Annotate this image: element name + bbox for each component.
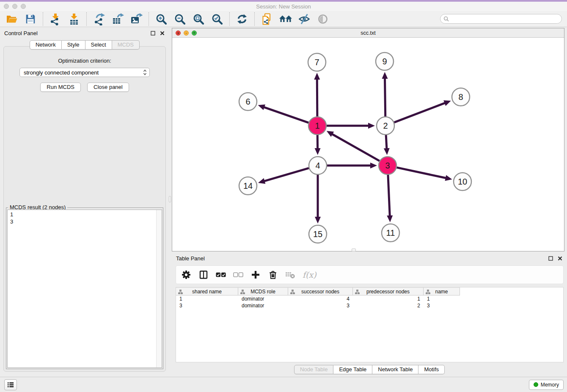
split-table-icon[interactable] — [198, 270, 209, 280]
column-settings-gear-icon[interactable] — [181, 270, 191, 280]
export-network-icon[interactable] — [90, 12, 108, 26]
zoom-fit-icon[interactable] — [189, 12, 208, 26]
import-network-icon[interactable] — [46, 12, 65, 26]
table-row[interactable]: 1dominator411 — [176, 295, 563, 302]
table-cell[interactable]: dominator — [238, 302, 288, 309]
hide-selected-icon[interactable] — [295, 12, 314, 26]
float-panel-icon[interactable] — [150, 30, 156, 36]
select-all-columns-icon[interactable] — [216, 270, 226, 280]
tab-network-table[interactable]: Network Table — [372, 365, 418, 374]
delete-table-icon[interactable] — [285, 270, 295, 280]
export-network-glyph — [93, 13, 105, 25]
graph-edge-3-10[interactable] — [397, 168, 452, 181]
delete-columns-icon[interactable] — [268, 270, 278, 280]
table-cell[interactable]: 3 — [176, 302, 238, 309]
table-cell[interactable]: dominator — [238, 295, 288, 302]
table-cell[interactable]: 4 — [288, 295, 353, 302]
column-header-name[interactable]: name — [424, 287, 460, 295]
tab-style[interactable]: Style — [62, 40, 85, 50]
table-cell[interactable]: 1 — [353, 295, 424, 302]
graph-node-7[interactable]: 7 — [308, 53, 326, 71]
graph-node-11[interactable]: 11 — [382, 224, 399, 242]
tab-select[interactable]: Select — [85, 40, 112, 50]
apply-layout-icon[interactable] — [233, 12, 251, 26]
tab-network[interactable]: Network — [30, 40, 62, 50]
run-mcds-button[interactable]: Run MCDS — [40, 83, 81, 92]
zoom-selected-icon[interactable] — [208, 12, 226, 26]
table-cell[interactable]: 3 — [424, 302, 460, 309]
horizontal-splitter-handle[interactable] — [352, 248, 356, 251]
graph-node-9[interactable]: 9 — [376, 52, 394, 70]
network-window-titlebar[interactable]: x - + scc.txt — [172, 28, 564, 38]
graph-edge-1-2[interactable] — [327, 123, 375, 129]
graph-edge-4-14[interactable] — [258, 168, 309, 184]
table-cell[interactable]: 1 — [176, 295, 238, 302]
graph-node-1[interactable]: 1 — [308, 117, 326, 135]
show-all-icon[interactable] — [314, 12, 332, 26]
graph-node-14[interactable]: 14 — [239, 177, 257, 195]
refresh-glyph — [236, 13, 248, 25]
graph-edge-3-1[interactable] — [327, 131, 380, 161]
graph-edge-3-11[interactable] — [387, 175, 393, 222]
zoom-fit-glyph — [193, 13, 204, 25]
column-header-successor-nodes[interactable]: successor nodes — [288, 287, 353, 295]
graph-node-3[interactable]: 3 — [379, 157, 396, 174]
close-panel-icon[interactable] — [160, 30, 165, 36]
import-table-icon[interactable] — [65, 12, 83, 26]
duplicate-network-icon[interactable] — [258, 12, 276, 26]
first-neighbors-icon[interactable] — [276, 12, 295, 26]
graph-node-10[interactable]: 10 — [454, 173, 471, 190]
graph-node-8[interactable]: 8 — [452, 88, 470, 106]
toolbar-separator — [229, 12, 230, 26]
criterion-dropdown[interactable]: strongly connected component — [19, 68, 150, 77]
task-history-list-icon[interactable] — [4, 379, 17, 390]
graph-edge-1-6[interactable] — [258, 105, 309, 123]
search-field[interactable] — [440, 14, 562, 24]
graph-edge-2-8[interactable] — [394, 100, 451, 122]
graph-node-2[interactable]: 2 — [377, 117, 394, 135]
graph-node-label: 3 — [385, 161, 390, 170]
function-builder-icon[interactable]: f(x) — [303, 270, 317, 280]
table-cell[interactable]: 1 — [424, 295, 460, 302]
column-header-MCDS-role[interactable]: MCDS role — [238, 287, 288, 295]
close-panel-button[interactable]: Close panel — [87, 83, 129, 92]
table-cell[interactable]: 3 — [288, 302, 353, 309]
vertical-splitter-handle[interactable] — [169, 196, 171, 202]
tab-motifs[interactable]: Motifs — [418, 365, 445, 374]
graph-edge-2-9[interactable] — [382, 72, 388, 116]
zoom-out-icon[interactable] — [171, 12, 189, 26]
graph-edge-1-7[interactable] — [314, 73, 320, 116]
float-table-panel-icon[interactable] — [548, 256, 553, 261]
export-table-icon[interactable] — [108, 12, 127, 26]
tab-mcds[interactable]: MCDS — [112, 40, 140, 50]
export-image-icon[interactable] — [127, 12, 146, 26]
graph-edge-4-15[interactable] — [315, 175, 321, 224]
dropdown-stepper-icon — [143, 69, 147, 76]
deselect-all-columns-icon[interactable] — [233, 270, 243, 280]
graph-edge-2-3[interactable] — [384, 135, 390, 155]
result-scrollbar[interactable] — [156, 210, 162, 367]
mcds-result-values: 13 — [8, 210, 162, 226]
column-header-shared-name[interactable]: shared name — [176, 287, 238, 295]
add-column-icon[interactable] — [250, 270, 261, 280]
graph-edge-1-4[interactable] — [315, 135, 321, 155]
graph-node-15[interactable]: 15 — [309, 225, 327, 243]
table-cell[interactable]: 2 — [353, 302, 424, 309]
graph-node-4[interactable]: 4 — [309, 157, 327, 174]
table-row[interactable]: 3dominator323 — [176, 302, 563, 309]
open-session-icon[interactable] — [3, 12, 21, 26]
mcds-result-textarea[interactable]: 13 — [7, 210, 162, 368]
save-session-icon[interactable] — [21, 12, 40, 26]
zoom-in-icon[interactable] — [152, 12, 171, 26]
search-input[interactable] — [451, 16, 559, 22]
network-canvas[interactable]: 1234678910111415 — [172, 38, 564, 251]
close-table-panel-icon[interactable] — [557, 256, 563, 261]
tab-node-table[interactable]: Node Table — [294, 365, 334, 374]
graph-node-6[interactable]: 6 — [239, 93, 257, 110]
graph-edge-4-3[interactable] — [327, 163, 377, 168]
status-bar: Memory — [0, 377, 567, 392]
table-tabs: Node TableEdge TableNetwork TableMotifs — [294, 365, 445, 374]
column-header-predecessor-nodes[interactable]: predecessor nodes — [353, 287, 424, 295]
tab-edge-table[interactable]: Edge Table — [333, 365, 372, 374]
memory-button[interactable]: Memory — [529, 380, 564, 390]
